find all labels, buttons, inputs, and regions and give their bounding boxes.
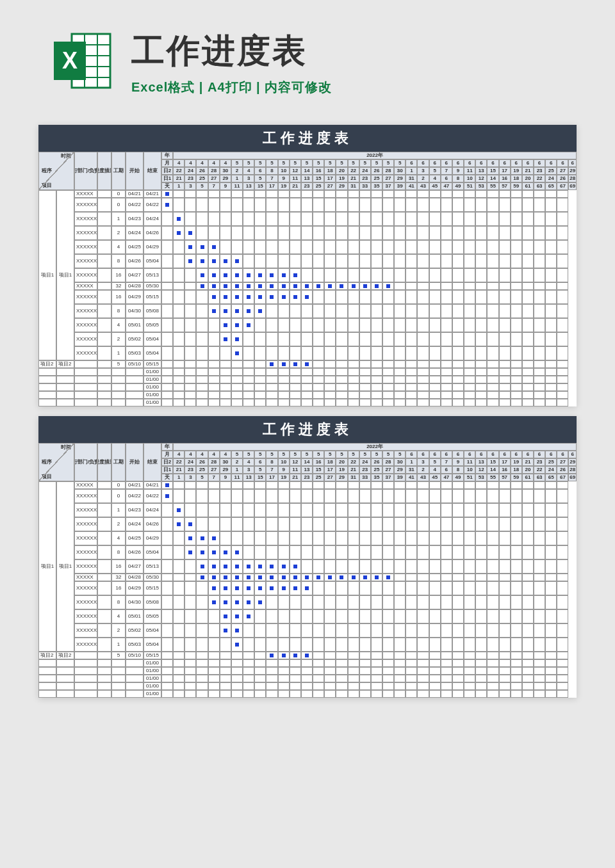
gantt-cell	[184, 240, 196, 254]
gantt-cell	[511, 226, 522, 240]
gantt-cell	[313, 489, 324, 503]
gantt-cell	[475, 383, 487, 391]
gantt-bar-icon	[188, 231, 192, 235]
day-cell: 69	[568, 182, 577, 190]
date2-cell: 24	[184, 458, 196, 466]
gantt-cell	[499, 198, 511, 212]
gantt-cell	[534, 690, 545, 698]
gantt-cell	[196, 304, 208, 318]
day-cell: 13	[243, 474, 254, 481]
gantt-cell	[545, 332, 557, 346]
date2-cell: 28	[382, 167, 394, 175]
gantt-cell	[359, 609, 371, 623]
gantt-cell	[441, 360, 452, 368]
diagonal-header: 时间项目程序	[38, 152, 74, 190]
gantt-bar-icon	[247, 309, 250, 313]
start-cell: 04/30	[126, 595, 144, 609]
gantt-bar-icon	[375, 284, 379, 288]
gantt-cell	[394, 481, 406, 489]
gantt-cell	[359, 481, 371, 489]
label-date1: 日1	[161, 175, 173, 182]
gantt-cell	[359, 368, 371, 376]
gantt-cell	[441, 595, 452, 609]
gantt-cell	[266, 383, 277, 391]
date1-cell: 8	[452, 466, 464, 474]
gantt-cell	[220, 690, 231, 698]
gantt-cell	[359, 190, 371, 198]
start-cell	[126, 667, 144, 675]
gantt-cell	[243, 318, 254, 332]
gantt-cell	[254, 481, 266, 489]
gantt-cell	[511, 531, 522, 545]
gantt-cell	[266, 682, 277, 690]
gantt-cell	[254, 198, 266, 212]
progress-cell	[97, 399, 111, 406]
gantt-cell	[208, 268, 220, 282]
gantt-cell	[406, 638, 417, 652]
date2-cell: 12	[290, 458, 301, 466]
start-cell: 04/29	[126, 290, 144, 304]
gantt-cell	[348, 609, 359, 623]
gantt-bar-icon	[270, 273, 274, 277]
gantt-cell	[487, 609, 498, 623]
gantt-cell	[208, 581, 220, 595]
date1-cell: 10	[464, 175, 475, 182]
gantt-bar-icon	[305, 586, 309, 590]
gantt-bar-icon	[340, 284, 343, 288]
gantt-cell	[406, 391, 417, 399]
gantt-cell	[452, 638, 464, 652]
dept-cell: XXXXXX	[74, 268, 97, 282]
duration-cell: 8	[111, 545, 126, 559]
gantt-cell	[313, 240, 324, 254]
month-cell: 6	[429, 159, 441, 167]
gantt-cell	[534, 609, 545, 623]
gantt-cell	[452, 489, 464, 503]
gantt-bar-icon	[293, 565, 297, 568]
gantt-cell	[336, 290, 347, 304]
gantt-cell	[417, 481, 429, 489]
day-cell: 35	[371, 474, 382, 481]
gantt-cell	[417, 595, 429, 609]
month-cell: 6	[475, 451, 487, 458]
gantt-cell	[254, 503, 266, 517]
gantt-cell	[394, 318, 406, 332]
gantt-cell	[406, 399, 417, 406]
gantt-cell	[429, 318, 441, 332]
gantt-cell	[557, 391, 568, 399]
gantt-cell	[557, 531, 568, 545]
gantt-cell	[348, 198, 359, 212]
gantt-cell	[417, 226, 429, 240]
date2-cell: 18	[324, 167, 336, 175]
gantt-cell	[324, 481, 336, 489]
gantt-cell	[278, 254, 290, 268]
day-cell: 69	[568, 474, 577, 481]
gantt-cell	[441, 659, 452, 667]
dept-cell	[74, 383, 97, 391]
gantt-cell	[522, 581, 534, 595]
gantt-bar-icon	[235, 259, 239, 263]
end-cell: 05/30	[144, 574, 161, 581]
dept-cell	[74, 690, 97, 698]
gantt-cell	[243, 517, 254, 531]
date2-cell: 19	[511, 458, 522, 466]
gantt-bar-icon	[177, 508, 181, 512]
gantt-cell	[313, 481, 324, 489]
gantt-cell	[417, 318, 429, 332]
gantt-cell	[557, 481, 568, 489]
gantt-cell	[290, 682, 301, 690]
gantt-cell	[441, 481, 452, 489]
gantt-cell	[336, 282, 347, 290]
gantt-cell	[161, 360, 173, 368]
gantt-cell	[278, 531, 290, 545]
month-cell: 6	[417, 451, 429, 458]
day-cell: 65	[545, 182, 557, 190]
gantt-cell	[313, 376, 324, 383]
end-cell: 05/08	[144, 595, 161, 609]
gantt-cell	[534, 226, 545, 240]
gantt-cell	[313, 254, 324, 268]
gantt-cell	[511, 559, 522, 574]
gantt-cell	[278, 667, 290, 675]
gantt-cell	[348, 690, 359, 698]
label-date2: 日2	[161, 458, 173, 466]
date1-cell: 4	[429, 466, 441, 474]
